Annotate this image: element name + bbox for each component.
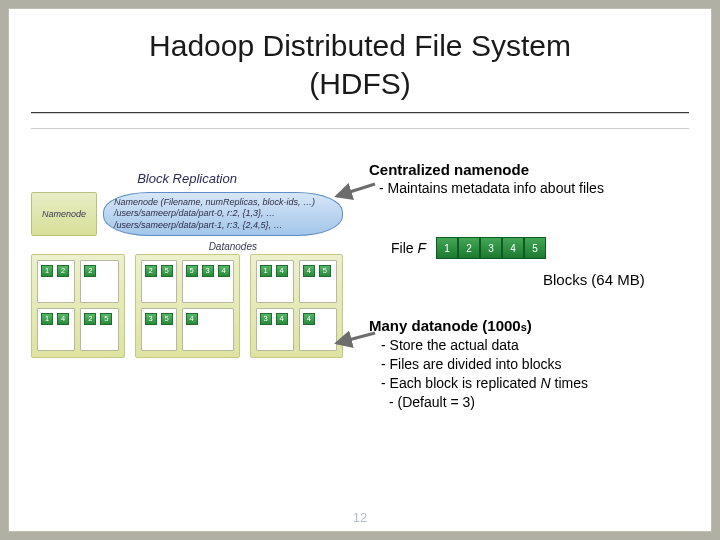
datanode-cell: 35 (141, 308, 177, 351)
block-chip: 4 (57, 313, 69, 325)
block-chip: 5 (161, 265, 173, 277)
datanode-racks: 1221425255343541445344 (31, 254, 343, 358)
file-block: 5 (524, 237, 546, 259)
block-chip: 4 (276, 265, 288, 277)
datanode-cell: 2 (80, 260, 118, 303)
datanode-cell: 4 (299, 308, 337, 351)
datanode-cell: 534 (182, 260, 234, 303)
blocks-size-label: Blocks (64 MB) (543, 271, 645, 288)
file-label: File (391, 240, 414, 256)
datanode-cell: 45 (299, 260, 337, 303)
slide-title: Hadoop Distributed File System (HDFS) (31, 27, 689, 102)
datanode-rack: 1445344 (250, 254, 344, 358)
datanode-heading-main: Many datanode (1000 (369, 317, 521, 334)
slide: Hadoop Distributed File System (HDFS) Bl… (8, 8, 712, 532)
datanode-description: Many datanode (1000s) Store the actual d… (369, 317, 588, 412)
diagram-heading: Block Replication (31, 171, 343, 186)
title-divider-bottom (31, 128, 689, 129)
block-chip: 4 (303, 313, 315, 325)
block-chip: 2 (57, 265, 69, 277)
datanode-cell: 34 (256, 308, 294, 351)
block-chip: 1 (260, 265, 272, 277)
block-chip: 2 (84, 265, 96, 277)
namenode-subtext: - Maintains metadata info about files (379, 180, 604, 196)
block-chip: 5 (100, 313, 112, 325)
datanode-rack: 1221425 (31, 254, 125, 358)
file-block: 1 (436, 237, 458, 259)
datanode-cell: 25 (141, 260, 177, 303)
title-divider-top (31, 112, 689, 114)
block-chip: 2 (145, 265, 157, 277)
datanode-bullet-list: Store the actual data Files are divided … (381, 336, 588, 412)
datanode-heading: Many datanode (1000s) (369, 317, 588, 334)
namenode-label: Namenode (31, 192, 97, 236)
block-chip: 3 (202, 265, 214, 277)
block-chip: 3 (145, 313, 157, 325)
file-blocks: 12345 (436, 237, 546, 259)
block-chip: 5 (186, 265, 198, 277)
block-chip: 2 (84, 313, 96, 325)
namenode-row: Namenode Namenode (Filename, numReplicas… (31, 192, 343, 236)
block-chip: 1 (41, 265, 53, 277)
block-chip: 1 (41, 313, 53, 325)
datanode-cell: 25 (80, 308, 118, 351)
file-example-row: File F 12345 (391, 237, 546, 259)
file-block: 3 (480, 237, 502, 259)
datanodes-label: Datanodes (31, 241, 343, 252)
block-chip: 4 (218, 265, 230, 277)
bullet-store-data: Store the actual data (381, 336, 588, 355)
block-chip: 4 (276, 313, 288, 325)
block-replication-diagram: Block Replication Namenode Namenode (Fil… (31, 171, 343, 358)
title-line1: Hadoop Distributed File System (149, 29, 571, 62)
content-area: Block Replication Namenode Namenode (Fil… (31, 141, 689, 471)
bullet-replicated: Each block is replicated N times (381, 374, 588, 393)
datanode-heading-close: ) (527, 317, 532, 334)
bullet-default: (Default = 3) (389, 393, 588, 412)
namenode-meta-line1: Namenode (Filename, numReplicas, block-i… (114, 197, 315, 207)
datanode-cell: 4 (182, 308, 234, 351)
title-line2: (HDFS) (309, 67, 411, 100)
file-block: 2 (458, 237, 480, 259)
datanode-rack: 25534354 (135, 254, 240, 358)
bullet-divided-blocks: Files are divided into blocks (381, 355, 588, 374)
namenode-meta-line2: /users/sameerp/data/part-0, r:2, {1,3}, … (114, 208, 275, 218)
block-chip: 4 (303, 265, 315, 277)
file-symbol: F (418, 240, 427, 256)
datanode-cell: 14 (37, 308, 75, 351)
namenode-meta-line3: /users/sameerp/data/part-1, r:3, {2,4,5}… (114, 220, 283, 230)
namenode-metadata-bubble: Namenode (Filename, numReplicas, block-i… (103, 192, 343, 236)
block-chip: 5 (319, 265, 331, 277)
page-number: 12 (353, 510, 367, 525)
datanode-cell: 12 (37, 260, 75, 303)
file-block: 4 (502, 237, 524, 259)
namenode-heading: Centralized namenode (369, 161, 604, 178)
block-chip: 3 (260, 313, 272, 325)
block-chip: 5 (161, 313, 173, 325)
datanode-cell: 14 (256, 260, 294, 303)
block-chip: 4 (186, 313, 198, 325)
namenode-description: Centralized namenode - Maintains metadat… (369, 161, 604, 196)
